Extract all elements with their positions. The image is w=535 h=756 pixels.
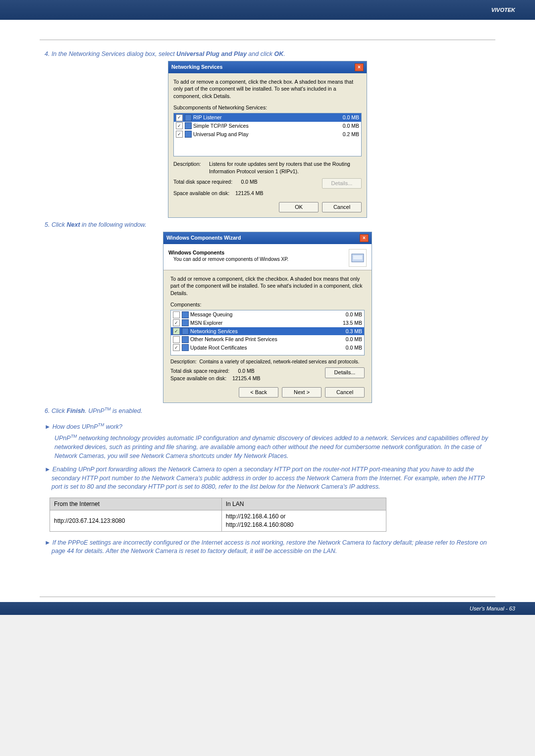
details-button: Details... [322,178,362,189]
component-icon [182,319,189,326]
checkbox-icon[interactable]: ✓ [173,328,180,335]
brand: VIVOTEK [491,7,515,13]
back-button[interactable]: < Back [239,387,278,398]
list-item[interactable]: Other Network File and Print Services 0.… [171,335,364,344]
top-rule [40,40,495,40]
details-button[interactable]: Details... [325,367,365,378]
faq-how-does-upnp-work: ► How does UPnPTM work? UPnPTM networkin… [45,422,490,460]
footer-text: User's Manual - 63 [470,605,515,611]
header-bar: VIVOTEK [0,0,535,20]
wizard-intro: To add or remove a component, click the … [170,275,365,297]
subcomponents-list[interactable]: ✓ RIP Listener 0.0 MB ✓ Simple TCP/IP Se… [173,113,362,156]
list-item[interactable]: ✓ Networking Services 0.3 MB [171,327,364,336]
dialog-title: Networking Services [171,63,222,71]
list-item[interactable]: ✓ Simple TCP/IP Services 0.0 MB [174,122,361,130]
checkbox-icon[interactable]: ✓ [176,114,183,121]
checkbox-icon[interactable] [173,336,180,343]
checkbox-icon[interactable]: ✓ [176,131,183,138]
subcomponents-label: Subcomponents of Networking Services: [173,104,362,111]
list-item[interactable]: ✓ MSN Explorer 13.5 MB [171,319,364,327]
network-icon [185,122,192,129]
address-table: From the Internet In LAN http://203.67.1… [50,498,386,532]
list-item[interactable]: ✓ RIP Listener 0.0 MB [174,113,361,122]
next-button[interactable]: Next > [282,387,321,398]
list-item[interactable]: ✓ Universal Plug and Play 0.2 MB [174,130,361,139]
table-header: In LAN [221,498,386,510]
close-icon[interactable]: × [360,234,369,242]
description: Description: Contains a variety of speci… [170,358,365,365]
cancel-button[interactable]: Cancel [322,202,362,212]
wizard-icon [349,249,367,267]
table-header: From the Internet [50,498,222,510]
component-icon [182,336,189,343]
windows-components-wizard: Windows Components Wizard × Windows Comp… [163,232,372,403]
step5: 5. Click Next in the following window. [45,221,490,230]
close-icon[interactable]: × [355,63,364,71]
faq-upnp-port-forwarding: ► Enabling UPnP port forwarding allows t… [45,465,490,532]
table-cell: http://192.168.4.160 or http://192.168.4… [221,510,386,532]
checkbox-icon[interactable]: ✓ [176,122,183,129]
dialog-titlebar: Windows Components Wizard × [163,232,372,244]
checkbox-icon[interactable] [173,311,180,318]
wizard-heading: Windows Components [168,250,224,255]
components-list[interactable]: Message Queuing 0.0 MB ✓ MSN Explorer 13… [170,310,365,355]
checkbox-icon[interactable]: ✓ [173,344,180,351]
component-icon [182,311,189,318]
table-cell: http://203.67.124.123:8080 [50,510,222,532]
footer-bar: User's Manual - 63 [0,602,535,615]
component-icon [182,328,189,335]
ok-button[interactable]: OK [279,202,319,212]
dialog-title: Windows Components Wizard [166,234,241,242]
faq-pppoe-reset: ► If the PPPoE settings are incorrectly … [45,539,490,556]
bottom-rule [40,597,495,597]
network-icon [185,114,192,121]
step6: 6. Click Finish. UPnPTM is enabled. [45,406,490,416]
components-label: Components: [170,301,365,308]
component-icon [182,344,189,351]
description-row: Description: Listens for route updates s… [173,160,362,175]
list-item[interactable]: Message Queuing 0.0 MB [171,310,364,319]
dialog-intro: To add or remove a component, click the … [173,78,362,100]
svg-rect-1 [353,255,362,259]
list-item[interactable]: ✓ Update Root Certificates 0.0 MB [171,344,364,352]
networking-services-dialog: Networking Services × To add or remove a… [168,61,367,218]
network-icon [185,131,192,138]
step4: 4. In the Networking Services dialog box… [45,50,490,59]
checkbox-icon[interactable]: ✓ [173,319,180,326]
dialog-titlebar: Networking Services × [168,61,367,73]
cancel-button[interactable]: Cancel [325,387,365,398]
wizard-subheading: You can add or remove components of Wind… [173,256,349,263]
